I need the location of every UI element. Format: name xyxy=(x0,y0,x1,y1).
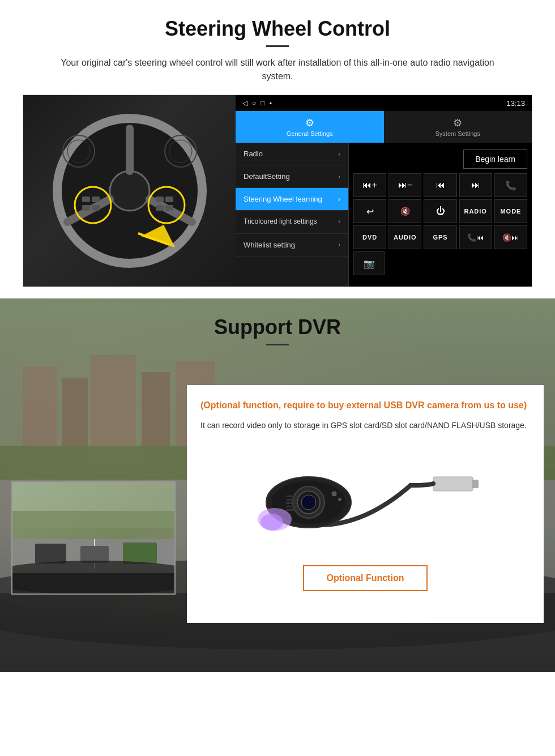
control-panel: Begin learn ⏮+ ⏭− ⏮ ⏭ 📞 ↩ 🔇 ⏻ xyxy=(349,143,532,287)
svg-rect-42 xyxy=(35,544,66,563)
svg-point-55 xyxy=(261,514,283,531)
steering-subtitle: Your original car's steering wheel contr… xyxy=(45,56,510,83)
menu-panel: Radio › DefaultSetting › Steering Wheel … xyxy=(236,143,349,287)
mute-next-icon: 🔇⏭ xyxy=(502,233,519,242)
call-prev-icon: 📞⏮ xyxy=(467,233,484,242)
svg-rect-44 xyxy=(123,543,157,564)
call-btn[interactable]: 📞 xyxy=(494,173,527,197)
steering-wheel-image xyxy=(23,95,236,287)
back-icon: ◁ xyxy=(242,99,247,107)
title-divider xyxy=(266,45,289,47)
svg-rect-11 xyxy=(92,205,100,211)
svg-rect-10 xyxy=(82,205,90,211)
camera-icon: 📷 xyxy=(364,258,375,269)
svg-rect-13 xyxy=(165,197,173,202)
optional-function-button[interactable]: Optional Function xyxy=(303,565,428,591)
next-btn[interactable]: ⏭ xyxy=(459,173,492,197)
svg-point-57 xyxy=(338,498,341,501)
status-icons: ◁ ○ □ ▪ xyxy=(242,99,272,107)
steering-title: Steering Wheel Control xyxy=(23,17,532,41)
dvr-optional-text: (Optional function, require to buy exter… xyxy=(200,399,530,412)
svg-rect-61 xyxy=(286,506,297,507)
steering-label: Steering Wheel learning xyxy=(244,195,322,203)
power-icon: ⏻ xyxy=(436,206,445,216)
dvr-section: Support DVR xyxy=(0,298,555,672)
svg-rect-48 xyxy=(472,480,479,488)
dvr-camera-svg xyxy=(252,446,479,553)
arrow-icon: › xyxy=(338,241,340,249)
power-btn[interactable]: ⏻ xyxy=(424,199,456,223)
android-tabs: ⚙ General Settings ⚙ System Settings xyxy=(236,111,532,143)
begin-learn-button[interactable]: Begin learn xyxy=(463,150,527,169)
recent-icon: □ xyxy=(261,99,264,107)
arrow-icon: › xyxy=(338,195,340,203)
back-call-btn[interactable]: ↩ xyxy=(353,199,386,223)
menu-item-steering[interactable]: Steering Wheel learning › xyxy=(236,188,348,211)
call-icon: 📞 xyxy=(505,180,516,191)
dvd-btn[interactable]: DVD xyxy=(353,225,386,249)
prev-btn[interactable]: ⏮ xyxy=(424,173,456,197)
back-call-icon: ↩ xyxy=(366,206,374,217)
vol-down-icon: ⏭− xyxy=(398,180,412,190)
vol-down-btn[interactable]: ⏭− xyxy=(388,173,421,197)
svg-rect-43 xyxy=(80,546,109,563)
control-row-2: ↩ 🔇 ⏻ RADIO MODE xyxy=(353,199,527,223)
mute-next-btn[interactable]: 🔇⏭ xyxy=(494,225,527,249)
default-label: DefaultSetting xyxy=(244,172,290,181)
arrow-icon: › xyxy=(338,150,340,158)
android-content: Radio › DefaultSetting › Steering Wheel … xyxy=(236,143,532,287)
mode-btn[interactable]: MODE xyxy=(494,199,527,223)
begin-learn-row: Begin learn xyxy=(353,147,527,171)
svg-rect-59 xyxy=(286,499,297,501)
system-settings-tab[interactable]: ⚙ System Settings xyxy=(384,111,532,143)
dvr-title-divider xyxy=(266,344,289,345)
demo-container: ◁ ○ □ ▪ 13:13 ⚙ General Settings ⚙ Syste… xyxy=(23,95,532,287)
call-prev-btn[interactable]: 📞⏮ xyxy=(459,225,492,249)
menu-item-radio[interactable]: Radio › xyxy=(236,143,348,165)
mode-btn-label: MODE xyxy=(500,208,521,215)
settings-icon: ⚙ xyxy=(453,117,462,129)
control-row-3: DVD AUDIO GPS 📞⏮ 🔇⏭ xyxy=(353,225,527,249)
mute-btn[interactable]: 🔇 xyxy=(388,199,421,223)
dvd-btn-label: DVD xyxy=(362,234,377,241)
steering-wheel-svg xyxy=(50,112,209,270)
vol-up-btn[interactable]: ⏮+ xyxy=(353,173,386,197)
menu-item-tricolour[interactable]: Tricoloured light settings › xyxy=(236,211,348,234)
system-settings-label: System Settings xyxy=(436,130,480,137)
arrow-icon: › xyxy=(338,173,340,181)
svg-rect-8 xyxy=(82,197,90,202)
svg-rect-58 xyxy=(286,496,297,497)
dvr-camera-image xyxy=(200,443,530,556)
menu-item-whitelist[interactable]: Whitelist setting › xyxy=(236,234,348,257)
dvr-title: Support DVR xyxy=(23,315,532,339)
svg-rect-47 xyxy=(433,477,473,491)
steering-section: Steering Wheel Control Your original car… xyxy=(0,0,555,298)
audio-btn[interactable]: AUDIO xyxy=(388,225,421,249)
dvr-title-area: Support DVR xyxy=(0,298,555,357)
dvr-description: It can record video only to storage in G… xyxy=(200,419,530,432)
gear-icon: ⚙ xyxy=(305,117,314,129)
svg-point-46 xyxy=(12,561,176,595)
next-icon: ⏭ xyxy=(471,180,480,190)
tricolour-label: Tricoloured light settings xyxy=(244,217,317,227)
svg-rect-9 xyxy=(92,197,100,202)
radio-btn[interactable]: RADIO xyxy=(459,199,492,223)
control-row-4: 📷 xyxy=(353,251,527,275)
svg-point-56 xyxy=(332,492,336,496)
home-icon: ○ xyxy=(252,99,256,107)
menu-icon: ▪ xyxy=(270,99,272,107)
svg-rect-15 xyxy=(165,205,173,211)
gps-btn[interactable]: GPS xyxy=(424,225,456,249)
menu-item-default[interactable]: DefaultSetting › xyxy=(236,165,348,188)
mute-icon: 🔇 xyxy=(400,207,410,216)
general-settings-label: General Settings xyxy=(287,130,333,137)
general-settings-tab[interactable]: ⚙ General Settings xyxy=(236,111,384,143)
status-time: 13:13 xyxy=(506,99,525,108)
whitelist-label: Whitelist setting xyxy=(244,241,295,249)
camera-btn[interactable]: 📷 xyxy=(353,251,385,275)
arrow-icon: › xyxy=(338,217,340,227)
control-row-1: ⏮+ ⏭− ⏮ ⏭ 📞 xyxy=(353,173,527,197)
vol-up-icon: ⏮+ xyxy=(362,180,377,190)
gps-btn-label: GPS xyxy=(433,234,447,241)
radio-btn-label: RADIO xyxy=(464,208,486,215)
